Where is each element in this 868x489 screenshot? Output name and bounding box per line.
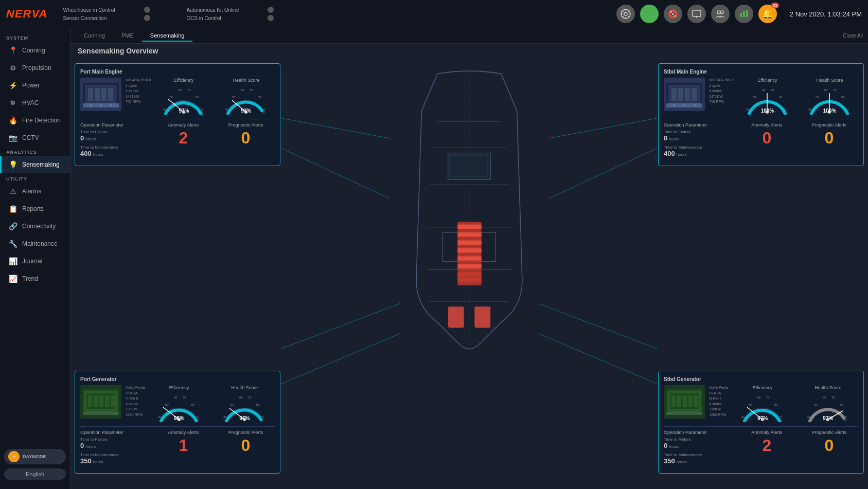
port-gen-ttm-label: Time to Maintenance	[80, 452, 150, 457]
sidebar-item-alarms[interactable]: ⚠ Alarms	[0, 183, 70, 200]
sidebar-label-trend: Trend	[22, 275, 38, 282]
cctv-icon: 📷	[8, 133, 18, 143]
svg-text:80: 80	[841, 96, 845, 99]
svg-rect-113	[111, 395, 115, 407]
sidebar-item-fire[interactable]: 🔥 Fire Detection	[0, 112, 70, 129]
stbd-gen-ttm-unit: hours	[677, 460, 687, 464]
stbd-main-efficiency-gauge: Efficiency 40 50 60 70 80 90	[739, 78, 796, 115]
stbd-ttm-unit: hours	[677, 152, 687, 157]
sidebar-item-trend[interactable]: 📈 Trend	[0, 270, 70, 287]
ttm-unit: hours	[93, 152, 103, 157]
port-gen-prognostic-title: Prognostic Alerts	[228, 430, 263, 435]
svg-point-59	[90, 104, 92, 106]
svg-text:80: 80	[256, 403, 260, 406]
crew-icon[interactable]	[711, 5, 730, 23]
tab-sensemaking[interactable]: Sensemaking	[142, 30, 193, 42]
notification-bell[interactable]: 🔔 63	[758, 5, 777, 23]
svg-rect-49	[448, 153, 490, 179]
port-gen-image	[80, 385, 121, 419]
port-main-efficiency-value: 97%	[179, 108, 189, 114]
port-gen-title: Port Generator	[80, 376, 275, 382]
stbd-gen-ttf-label: Time to Failure	[664, 437, 734, 442]
stbd-main-efficiency-value: 100%	[761, 108, 774, 114]
anomaly-title: Anomaly Alerts	[168, 122, 199, 128]
ttf-unit: hours	[85, 137, 96, 141]
svg-text:80: 80	[258, 96, 261, 99]
svg-rect-40	[457, 232, 481, 237]
svg-point-88	[694, 104, 696, 106]
svg-text:70: 70	[771, 88, 774, 92]
svg-rect-43	[457, 256, 481, 260]
close-all-button[interactable]: Close All	[843, 33, 863, 39]
svg-text:80: 80	[840, 403, 843, 406]
monitor-icon[interactable]	[687, 5, 706, 23]
analytics-section-label: ANALYTICS	[0, 147, 70, 156]
svg-rect-18	[740, 13, 742, 17]
svg-rect-55	[95, 88, 100, 101]
active-indicator[interactable]	[640, 5, 659, 23]
health-label: Health Score	[233, 78, 259, 83]
mute-icon[interactable]: 🔇	[664, 5, 682, 23]
stbd-op-param-title: Operation Parameter	[664, 122, 734, 128]
svg-rect-111	[99, 395, 103, 407]
svg-text:50: 50	[749, 403, 752, 406]
maintenance-icon: 🔧	[8, 239, 18, 249]
stbd-main-engine-panel: Stbd Main Engine	[658, 63, 864, 166]
port-main-efficiency-gauge: Efficiency 40 50 60 70 80 90	[155, 78, 212, 115]
alarms-icon: ⚠	[8, 186, 18, 196]
svg-text:50: 50	[814, 403, 818, 406]
datetime: 2 Nov 2020, 1:03:24 PM	[790, 10, 862, 18]
svg-text:80: 80	[774, 403, 778, 406]
sidebar-item-conning[interactable]: 📍 Conning	[0, 42, 70, 59]
port-gen-health-label: Health Score	[231, 385, 258, 390]
sidebar-item-propulsion[interactable]: ⚙ Propulsion	[0, 59, 70, 77]
port-gen-eff-label: Efficiency	[169, 385, 189, 390]
tab-conning[interactable]: Conning	[76, 30, 113, 42]
sidebar-item-reports[interactable]: 📋 Reports	[0, 200, 70, 218]
stbd-gen-anomaly-title: Anomaly Alerts	[751, 430, 782, 435]
svg-point-61	[110, 104, 112, 106]
svg-line-9	[622, 16, 623, 17]
svg-text:80: 80	[191, 403, 194, 406]
sidebar-label-fire: Fire Detection	[22, 117, 61, 124]
sidebar-label-conning: Conning	[22, 47, 45, 54]
svg-rect-136	[677, 395, 681, 407]
svg-text:70: 70	[833, 88, 837, 92]
svg-rect-135	[671, 395, 676, 407]
svg-text:60: 60	[179, 88, 182, 92]
stbd-gen-bottom: Operation Parameter Time to Failure 0 ho…	[664, 426, 858, 468]
hvac-icon: ❄	[8, 98, 18, 108]
sidebar-item-connectivity[interactable]: 🔗 Connectivity	[0, 218, 70, 235]
stbd-main-health-value: 100%	[823, 108, 837, 114]
sidebar-item-cctv[interactable]: 📷 CCTV	[0, 129, 70, 147]
port-gen-ttf-unit: hours	[85, 444, 96, 449]
stbd-health-label: Health Score	[816, 78, 843, 83]
stbd-main-engine-image	[664, 78, 705, 111]
sidebar-item-journal[interactable]: 📊 Journal	[0, 252, 70, 270]
network-icon[interactable]	[735, 5, 753, 23]
ttm-value: 400	[80, 150, 92, 157]
port-gen-op-param: Operation Parameter Time to Failure 0 ho…	[80, 430, 150, 468]
sidebar-item-power[interactable]: ⚡ Power	[0, 77, 70, 94]
prognostic-title: Prognostic Alerts	[228, 122, 263, 128]
sidebar-item-hvac[interactable]: ❄ HVAC	[0, 94, 70, 112]
svg-text:50: 50	[232, 96, 236, 99]
stbd-gen-gauges: Efficiency 40 50 60 70 80 90	[732, 385, 858, 422]
svg-rect-41	[457, 241, 481, 245]
svg-text:80: 80	[779, 96, 783, 99]
sidebar-item-sensemaking[interactable]: 💡 Sensemaking	[0, 156, 70, 173]
status-label-3: Autonomous Kit Online	[186, 7, 263, 13]
tab-pme[interactable]: PME	[113, 30, 142, 42]
port-main-title: Port Main Engine	[80, 69, 275, 75]
helm-icon[interactable]	[616, 5, 635, 23]
svg-rect-42	[457, 248, 481, 252]
svg-line-8	[628, 11, 629, 12]
svg-text:50: 50	[170, 96, 173, 99]
language-button[interactable]: English	[4, 468, 66, 480]
sidebar-item-maintenance[interactable]: 🔧 Maintenance	[0, 235, 70, 252]
svg-rect-83	[685, 88, 690, 101]
svg-text:60: 60	[757, 396, 761, 399]
day-mode-toggle[interactable]: ☀ DAYMODE	[4, 449, 66, 464]
tabs-bar: Conning PME Sensemaking Close All	[70, 28, 868, 44]
prognostic-value: 0	[241, 130, 251, 146]
